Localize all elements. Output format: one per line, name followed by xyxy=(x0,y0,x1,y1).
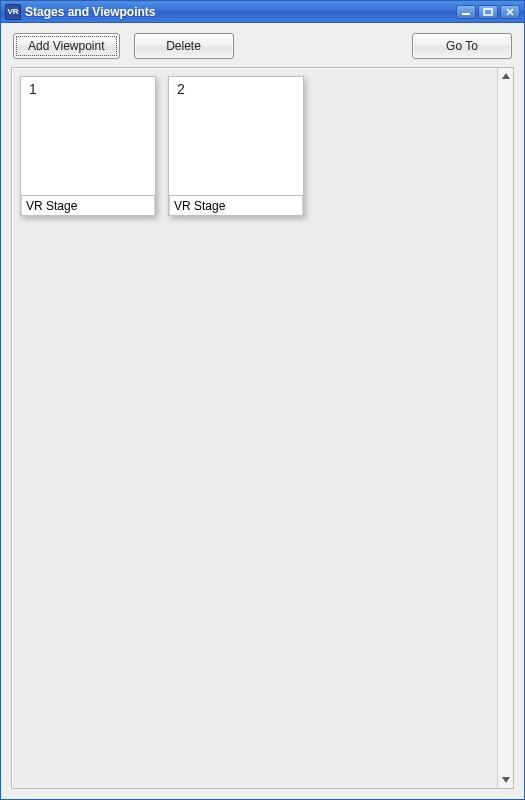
vertical-scrollbar[interactable] xyxy=(497,68,513,788)
chevron-up-icon xyxy=(502,73,510,79)
maximize-icon xyxy=(483,8,493,16)
minimize-button[interactable] xyxy=(456,5,476,19)
viewpoint-preview[interactable]: 1 xyxy=(21,77,155,195)
viewpoint-card[interactable]: 1 xyxy=(20,76,156,216)
app-icon-label: VR xyxy=(7,7,18,16)
scroll-down-button[interactable] xyxy=(500,774,512,786)
app-icon: VR xyxy=(5,4,21,20)
viewpoint-index: 2 xyxy=(177,81,185,97)
viewpoint-preview[interactable]: 2 xyxy=(169,77,303,195)
close-icon xyxy=(505,8,515,16)
svg-rect-0 xyxy=(462,13,470,15)
title-bar[interactable]: VR Stages and Viewpoints xyxy=(1,1,524,23)
svg-rect-1 xyxy=(484,9,492,15)
window-title: Stages and Viewpoints xyxy=(25,5,155,19)
close-button[interactable] xyxy=(500,5,520,19)
viewpoint-label-wrap xyxy=(169,195,303,215)
viewpoint-index: 1 xyxy=(29,81,37,97)
svg-marker-2 xyxy=(502,73,510,79)
svg-marker-3 xyxy=(502,777,510,783)
maximize-button[interactable] xyxy=(478,5,498,19)
toolbar-spacer xyxy=(248,33,399,59)
chevron-down-icon xyxy=(502,777,510,783)
goto-button[interactable]: Go To xyxy=(412,33,512,59)
add-viewpoint-button[interactable]: Add Viewpoint xyxy=(13,33,120,59)
delete-button[interactable]: Delete xyxy=(134,33,234,59)
viewpoint-label-wrap xyxy=(21,195,155,215)
viewpoint-card[interactable]: 2 xyxy=(168,76,304,216)
viewpoints-grid: 1 2 xyxy=(12,68,497,788)
content-wrapper: 1 2 xyxy=(11,67,514,789)
viewpoints-panel: 1 2 xyxy=(11,67,514,789)
toolbar: Add Viewpoint Delete Go To xyxy=(1,23,524,67)
viewpoint-label-input[interactable] xyxy=(21,196,155,215)
minimize-icon xyxy=(461,8,471,16)
window-frame: VR Stages and Viewpoints Add Viewpoint D… xyxy=(0,0,525,800)
window-controls xyxy=(456,5,520,19)
viewpoint-label-input[interactable] xyxy=(169,196,303,215)
scroll-up-button[interactable] xyxy=(500,70,512,82)
